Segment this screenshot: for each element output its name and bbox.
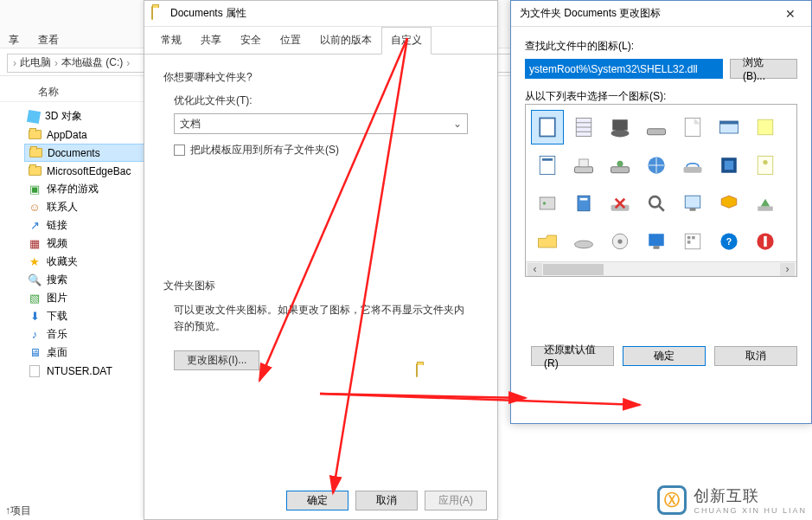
icon-option[interactable] <box>676 110 709 144</box>
icon-option[interactable] <box>713 186 745 221</box>
icon-list[interactable]: ? ‹ › <box>525 104 797 277</box>
icon-option[interactable] <box>676 186 709 221</box>
svg-rect-24 <box>580 198 588 201</box>
icon-option[interactable] <box>640 186 673 221</box>
svg-rect-37 <box>692 236 695 240</box>
tree-item-label: MicrosoftEdgeBac <box>47 165 131 177</box>
icon-option[interactable] <box>640 224 673 259</box>
label-folder-icon-section: 文件夹图标 <box>163 279 478 293</box>
icon-option[interactable] <box>567 148 600 183</box>
svg-rect-33 <box>649 234 664 246</box>
watermark: Ⓧ 创新互联 CHUANG XIN HU LIAN <box>657 485 807 515</box>
icon-option[interactable] <box>640 110 673 144</box>
dialog-titlebar[interactable]: Documents 属性 <box>144 1 497 27</box>
tab-general[interactable]: 常规 <box>151 27 191 54</box>
icon-option[interactable]: ? <box>713 224 745 259</box>
tab-customize[interactable]: 自定义 <box>381 27 432 55</box>
folder-preview-icon <box>416 364 445 388</box>
folder-icon <box>151 7 165 21</box>
icon-cancel-button[interactable]: 取消 <box>714 346 797 366</box>
svg-point-22 <box>543 202 547 205</box>
change-icon-title-text: 为文件夹 Documents 更改图标 <box>520 6 661 21</box>
svg-rect-42 <box>764 236 767 247</box>
tab-location[interactable]: 位置 <box>271 27 310 54</box>
properties-dialog: Documents 属性 常规 共享 安全 位置 以前的版本 自定义 你想要哪种… <box>144 0 498 520</box>
icon-option[interactable] <box>713 148 745 183</box>
restore-default-button[interactable]: 还原默认值(R) <box>531 346 614 366</box>
icon-option[interactable] <box>604 148 636 183</box>
optimize-combobox[interactable]: 文档 ⌄ <box>174 113 468 134</box>
tree-item-label: 音乐 <box>47 327 67 342</box>
column-header-name[interactable]: 名称 <box>38 85 59 100</box>
horizontal-scrollbar[interactable]: ‹ › <box>526 261 796 276</box>
icon-option[interactable] <box>749 148 782 183</box>
icon-option[interactable] <box>604 110 636 144</box>
icon-option[interactable] <box>604 224 636 259</box>
svg-rect-12 <box>579 159 589 167</box>
icon-option[interactable] <box>604 186 636 221</box>
tree-item-label: 下载 <box>47 309 67 324</box>
icon-option[interactable] <box>676 224 709 259</box>
ok-button[interactable]: 确定 <box>286 491 348 510</box>
change-icon-titlebar[interactable]: 为文件夹 Documents 更改图标 ✕ <box>511 1 811 27</box>
svg-rect-3 <box>612 119 628 130</box>
svg-rect-11 <box>575 167 593 173</box>
icon-option[interactable] <box>749 186 782 221</box>
menu-view[interactable]: 查看 <box>38 33 59 48</box>
watermark-logo-icon: Ⓧ <box>657 485 687 515</box>
svg-rect-0 <box>540 119 555 137</box>
icon-path-input[interactable]: ystemRoot%\System32\SHELL32.dll <box>525 59 723 79</box>
icon-option[interactable] <box>713 110 745 144</box>
icon-option[interactable] <box>567 110 600 144</box>
label-select-icon: 从以下列表中选择一个图标(S): <box>525 89 797 104</box>
svg-rect-29 <box>758 207 773 211</box>
tab-previous-versions[interactable]: 以前的版本 <box>310 27 381 54</box>
icon-ok-button[interactable]: 确定 <box>623 346 706 366</box>
icon-option[interactable] <box>749 224 782 259</box>
icon-option[interactable] <box>567 186 600 221</box>
tab-share[interactable]: 共享 <box>191 27 231 54</box>
crumb-pc[interactable]: 此电脑 <box>20 55 51 70</box>
icon-option[interactable] <box>531 110 564 144</box>
svg-rect-25 <box>611 205 630 211</box>
svg-rect-36 <box>687 236 691 240</box>
svg-rect-5 <box>685 119 700 137</box>
icon-option[interactable] <box>676 148 709 183</box>
folder-icon-description: 可以更改文件夹图标。如果更改了图标，它将不再显示文件夹内容的预览。 <box>174 302 468 335</box>
icon-option[interactable] <box>531 224 564 259</box>
scrollbar-thumb[interactable] <box>543 264 604 275</box>
change-icon-button[interactable]: 更改图标(I)... <box>174 350 259 370</box>
svg-rect-38 <box>687 241 691 244</box>
svg-point-26 <box>649 196 660 207</box>
label-find-icon: 查找此文件中的图标(L): <box>525 39 797 54</box>
change-icon-dialog: 为文件夹 Documents 更改图标 ✕ 查找此文件中的图标(L): yste… <box>510 0 812 424</box>
icon-option[interactable] <box>640 148 673 183</box>
svg-point-2 <box>611 130 630 138</box>
menu-share[interactable]: 享 <box>9 33 19 48</box>
tree-item-label: 图片 <box>47 291 67 305</box>
tree-item-label: 收藏夹 <box>47 254 78 269</box>
apply-subfolders-checkbox[interactable] <box>174 144 185 156</box>
combobox-value: 文档 <box>180 117 201 132</box>
svg-point-20 <box>763 160 767 164</box>
close-icon[interactable]: ✕ <box>778 7 802 21</box>
icon-option[interactable] <box>567 224 600 259</box>
browse-button[interactable]: 浏览(B)... <box>730 59 797 79</box>
svg-text:?: ? <box>726 236 732 247</box>
watermark-sub: CHUANG XIN HU LIAN <box>694 506 807 515</box>
tab-security[interactable]: 安全 <box>231 27 271 54</box>
crumb-drive[interactable]: 本地磁盘 (C:) <box>61 55 123 70</box>
svg-rect-18 <box>725 161 734 170</box>
chevron-down-icon: ⌄ <box>453 118 462 130</box>
tree-item-label: 桌面 <box>47 345 67 360</box>
cancel-button[interactable]: 取消 <box>355 491 418 510</box>
scroll-right-icon[interactable]: › <box>780 263 795 276</box>
icon-option[interactable] <box>749 110 782 144</box>
icon-option[interactable] <box>531 148 564 183</box>
scroll-left-icon[interactable]: ‹ <box>527 263 542 276</box>
icon-option[interactable] <box>531 186 564 221</box>
svg-point-14 <box>617 161 623 167</box>
tree-item-label: 保存的游戏 <box>47 182 99 196</box>
apply-button[interactable]: 应用(A) <box>425 491 487 510</box>
tree-item-label: Documents <box>48 147 100 159</box>
